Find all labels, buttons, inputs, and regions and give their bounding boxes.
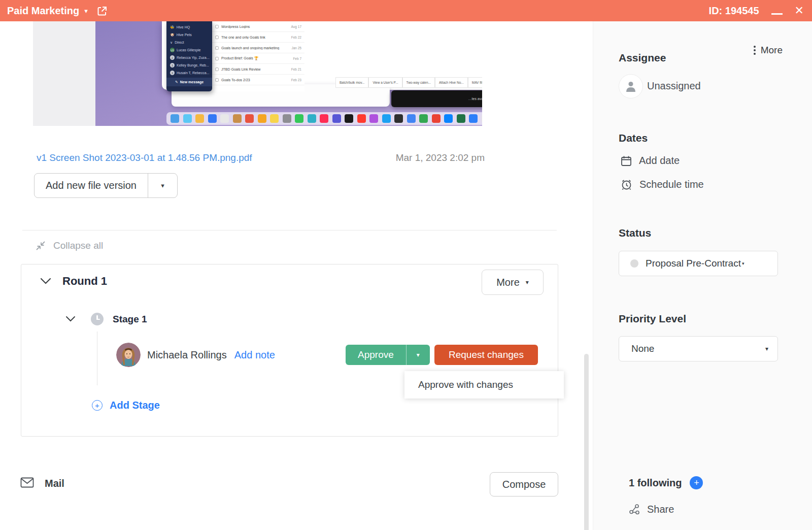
- dock-icon: [419, 114, 428, 123]
- dock-icon: [308, 114, 316, 123]
- close-icon[interactable]: ✕: [795, 5, 804, 16]
- add-date-label: Add date: [639, 155, 680, 167]
- dock-icon: [482, 114, 483, 123]
- approve-caret-icon[interactable]: ▾: [406, 345, 430, 365]
- preview-toolbar-chip: MAV filter upda...: [468, 77, 482, 88]
- preview-message-list: Wordpress LoginsAug 17The one and only G…: [212, 21, 304, 91]
- dates-heading: Dates: [619, 132, 648, 144]
- toast-text: …tes available: [468, 97, 482, 101]
- dock-icon: [345, 114, 353, 123]
- dock-icon: [245, 114, 254, 123]
- window-header: Paid Marketing ▾ ID: 194545 ✕: [0, 0, 812, 21]
- priority-caret-icon: ▾: [765, 345, 768, 352]
- request-changes-button[interactable]: Request changes: [434, 345, 538, 365]
- preview-list-row: Wordpress LoginsAug 17: [212, 21, 304, 32]
- preview-sidebar-item: LGLucas Gillespie: [166, 46, 212, 54]
- priority-heading: Priority Level: [619, 313, 686, 325]
- add-note-link[interactable]: Add note: [234, 349, 275, 361]
- main-content: Wordpress LoginsAug 17The one and only G…: [0, 21, 593, 530]
- project-title[interactable]: Paid Marketing: [7, 5, 79, 17]
- schedule-time-button[interactable]: Schedule time: [621, 179, 704, 190]
- preview-toolbar-chip: Batch/bulk mov...: [335, 77, 368, 88]
- round-card: Round 1 More ▾ Stage 1: [21, 264, 558, 437]
- file-name-link[interactable]: v1 Screen Shot 2023-03-01 at 1.48.56 PM.…: [37, 152, 252, 163]
- assignee-value[interactable]: Unassigned: [647, 80, 701, 92]
- approve-button[interactable]: Approve: [346, 345, 406, 365]
- stage-indent-line: [97, 332, 97, 385]
- details-sidebar: More Assignee Unassigned Dates Add date …: [593, 21, 812, 530]
- add-file-version-label[interactable]: Add new file version: [35, 174, 148, 197]
- dock-icon: [208, 114, 217, 123]
- round-more-caret-icon: ▾: [526, 279, 529, 286]
- collapse-all-label: Collapse all: [53, 240, 103, 251]
- dock-icon: [171, 114, 179, 123]
- mail-label: Mail: [45, 478, 64, 489]
- open-external-icon[interactable]: [97, 6, 108, 16]
- dock-icon: [295, 114, 303, 123]
- add-file-version-caret-icon[interactable]: ▾: [148, 174, 177, 197]
- preview-sidebar-item: ∨Direct: [166, 39, 212, 46]
- sidebar-more-label: More: [761, 45, 783, 56]
- add-date-button[interactable]: Add date: [621, 155, 680, 167]
- sidebar-more-button[interactable]: More: [754, 45, 783, 56]
- preview-list-row: Product Brief: Goals 🏆Feb 7: [212, 53, 304, 64]
- mail-section: Mail Compose: [20, 471, 558, 498]
- status-heading: Status: [619, 227, 651, 239]
- preview-list-row: Goals launch and ongoing marketingJan 25: [212, 43, 304, 53]
- preview-toolbar-chips: Batch/bulk mov...View a User's P...Two-w…: [335, 77, 482, 88]
- add-stage-label: Add Stage: [110, 400, 160, 411]
- preview-sidebar-item: 🐶Hive Pets: [166, 31, 212, 39]
- dock-icon: [183, 114, 192, 123]
- approver-name: Michaela Rollings: [147, 349, 227, 361]
- priority-select[interactable]: None ▾: [619, 336, 778, 361]
- dock-icon: [233, 114, 242, 123]
- round-title: Round 1: [62, 275, 107, 288]
- approve-with-changes-option[interactable]: Approve with changes: [418, 379, 513, 390]
- file-meta-row: v1 Screen Shot 2023-03-01 at 1.48.56 PM.…: [37, 152, 485, 163]
- compose-button[interactable]: Compose: [490, 472, 558, 496]
- status-caret-icon: ▾: [742, 261, 745, 266]
- share-icon: [629, 504, 640, 515]
- stage-title: Stage 1: [113, 314, 147, 325]
- approver-row: Michaela Rollings Add note: [116, 343, 275, 367]
- round-header[interactable]: Round 1: [40, 275, 107, 288]
- stage-header[interactable]: Stage 1: [65, 313, 147, 325]
- following-row: 1 following +: [629, 476, 703, 489]
- preview-desktop-background: Wordpress LoginsAug 17The one and only G…: [95, 21, 482, 126]
- preview-list-row: The one and only Goals linkFeb 22: [212, 32, 304, 43]
- add-file-version-button[interactable]: Add new file version ▾: [34, 173, 178, 198]
- share-button[interactable]: Share: [629, 504, 674, 515]
- dock-icon: [357, 114, 366, 123]
- round-more-button[interactable]: More ▾: [482, 270, 544, 295]
- dock-icon: [320, 114, 328, 123]
- main-scrollbar-thumb[interactable]: [584, 354, 589, 530]
- unassigned-avatar-icon[interactable]: [619, 74, 643, 98]
- round-chevron-icon[interactable]: [40, 278, 51, 285]
- dock-icon: [220, 114, 229, 123]
- add-follower-button[interactable]: +: [690, 476, 703, 489]
- project-caret-icon[interactable]: ▾: [84, 7, 88, 15]
- preview-list-row: Goals To-dos 2/23Feb 23: [212, 75, 304, 85]
- approve-split-button[interactable]: Approve ▾: [346, 345, 430, 365]
- preview-sidebar-item: 2Rebecca Yip, Zuza...: [166, 54, 212, 61]
- status-select[interactable]: Proposal Pre-Contract ▾: [619, 251, 778, 276]
- approve-dropdown-menu: Approve with changes: [404, 371, 564, 399]
- dock-icon: [270, 114, 279, 123]
- stage-chevron-icon[interactable]: [65, 316, 76, 322]
- collapse-all-button[interactable]: Collapse all: [35, 240, 103, 252]
- preview-toolbar-chip: Attach Hive No...: [435, 77, 468, 88]
- status-dot-icon: [630, 259, 638, 268]
- dock-icon: [283, 114, 291, 123]
- stage-clock-icon: [91, 313, 104, 325]
- approver-avatar[interactable]: [116, 343, 141, 367]
- minimize-icon[interactable]: [771, 13, 783, 15]
- kebab-icon: [754, 46, 756, 55]
- preview-toast: …tes available Review Dismiss: [391, 90, 482, 107]
- add-stage-button[interactable]: + Add Stage: [92, 400, 160, 411]
- file-preview-image[interactable]: Wordpress LoginsAug 17The one and only G…: [33, 21, 482, 126]
- preview-toolbar-chip: Two-way calen...: [402, 77, 435, 88]
- preview-chat-sidebar: 🐝Hive HQ🐶Hive Pets∨DirectLGLucas Gillesp…: [166, 21, 212, 91]
- dock-icon: [407, 114, 416, 123]
- assignee-heading: Assignee: [619, 52, 666, 64]
- dock-icon: [195, 114, 204, 123]
